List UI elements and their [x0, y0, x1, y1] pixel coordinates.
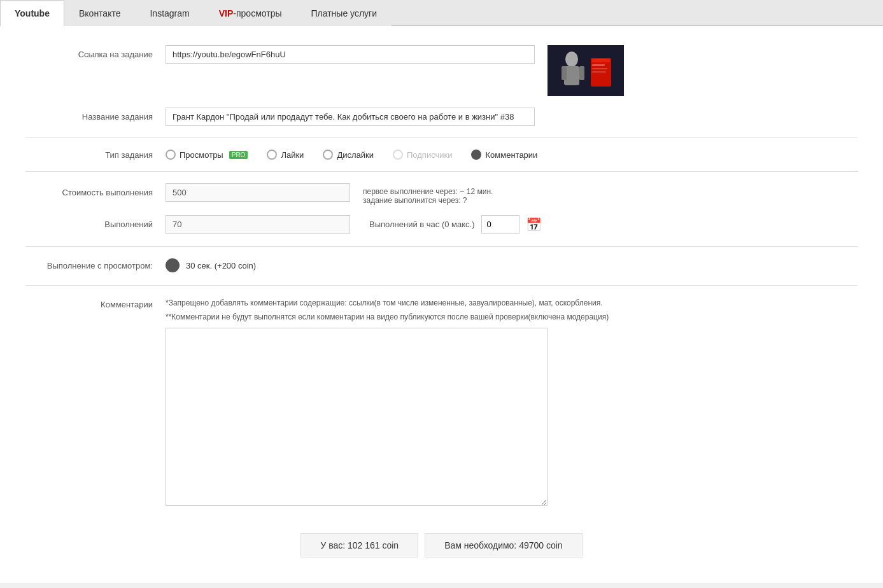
- divider-1: [25, 137, 858, 138]
- radio-comments-label: Комментарии: [485, 150, 537, 160]
- view-row: Выполнение с просмотром: 30 сек. (+200 c…: [25, 258, 858, 272]
- pro-badge: PRO: [229, 151, 248, 159]
- main-content: Ссылка на задание: [0, 26, 883, 583]
- svg-rect-4: [579, 66, 584, 80]
- radio-views-circle: [166, 150, 176, 160]
- radio-dislikes-circle: [323, 150, 333, 160]
- task-type-options: Просмотры PRO Лайки Дислайки Подписчики …: [166, 150, 537, 160]
- task-type-row: Тип задания Просмотры PRO Лайки Дислайки…: [25, 150, 858, 160]
- task-name-label: Название задания: [25, 108, 166, 122]
- radio-likes-circle: [267, 150, 277, 160]
- task-type-label: Тип задания: [25, 150, 166, 160]
- task-name-row: Название задания: [25, 108, 858, 126]
- comments-notice: *Запрещено добавлять комментарии содержа…: [166, 297, 858, 323]
- view-label: Выполнение с просмотром:: [25, 261, 166, 270]
- svg-rect-9: [592, 71, 606, 73]
- balance-badge: У вас: 102 161 coin: [300, 533, 418, 557]
- toggle-text: 30 сек. (+200 coin): [186, 261, 256, 270]
- comments-section: Комментарии *Запрещено добавлять коммент…: [25, 297, 858, 508]
- cost-label: Стоимость выполнения: [25, 183, 166, 197]
- link-input[interactable]: [166, 45, 535, 64]
- exec-input[interactable]: [166, 215, 350, 234]
- link-label: Ссылка на задание: [25, 45, 166, 59]
- comments-notice1: *Запрещено добавлять комментарии содержа…: [166, 297, 858, 309]
- svg-rect-6: [592, 59, 610, 62]
- svg-point-1: [565, 52, 578, 67]
- tab-vip-suffix: -просмотры: [233, 8, 281, 18]
- tabs-bar: Youtube Вконтакте Instagram VIP-просмотр…: [0, 0, 883, 26]
- radio-subscribers: Подписчики: [393, 150, 453, 160]
- radio-comments-circle: [471, 150, 481, 160]
- view-toggle[interactable]: 30 сек. (+200 coin): [166, 258, 256, 272]
- comments-label: Комментарии: [25, 297, 166, 309]
- comments-textarea[interactable]: [166, 328, 547, 506]
- tab-vkontakte-label: Вконтакте: [79, 8, 121, 18]
- tab-instagram[interactable]: Instagram: [135, 0, 204, 26]
- toggle-circle: [166, 258, 180, 272]
- divider-4: [25, 285, 858, 286]
- cost-info: первое выполнение через: ~ 12 мин. задан…: [363, 183, 493, 205]
- tab-instagram-label: Instagram: [150, 8, 189, 18]
- svg-rect-0: [547, 45, 624, 96]
- task-name-input[interactable]: [166, 108, 535, 126]
- exec-row: Выполнений Выполнений в час (0 макс.) 📅: [25, 215, 858, 234]
- comments-right: *Запрещено добавлять комментарии содержа…: [166, 297, 858, 508]
- svg-rect-8: [592, 68, 607, 69]
- divider-2: [25, 171, 858, 172]
- needed-badge: Вам необходимо: 49700 coin: [425, 533, 583, 557]
- comments-notice2: **Комментарии не будут выполнятся если к…: [166, 311, 858, 323]
- cost-input[interactable]: [166, 183, 350, 202]
- tab-vkontakte[interactable]: Вконтакте: [64, 0, 136, 26]
- radio-dislikes-label: Дислайки: [337, 150, 374, 160]
- radio-likes[interactable]: Лайки: [267, 150, 304, 160]
- tab-vip-prefix: VIP: [219, 8, 234, 18]
- radio-subscribers-circle: [393, 150, 403, 160]
- svg-rect-7: [592, 64, 605, 66]
- footer-bar: У вас: 102 161 coin Вам необходимо: 4970…: [25, 527, 858, 557]
- radio-subscribers-label: Подписчики: [407, 150, 453, 160]
- link-row: Ссылка на задание: [25, 45, 858, 96]
- radio-comments[interactable]: Комментарии: [471, 150, 537, 160]
- cost-row: Стоимость выполнения первое выполнение ч…: [25, 183, 858, 205]
- thumbnail-inner: [547, 45, 624, 96]
- radio-dislikes[interactable]: Дислайки: [323, 150, 374, 160]
- cost-info-line1: первое выполнение через: ~ 12 мин.: [363, 187, 493, 196]
- exec-per-hour-label: Выполнений в час (0 макс.): [369, 220, 475, 229]
- svg-rect-3: [562, 66, 567, 80]
- radio-views[interactable]: Просмотры PRO: [166, 150, 248, 160]
- exec-per-hour-input[interactable]: [481, 215, 519, 234]
- tab-youtube[interactable]: Youtube: [0, 0, 64, 26]
- exec-per-hour: Выполнений в час (0 макс.) 📅: [369, 215, 542, 234]
- tab-paid-label: Платные услуги: [311, 8, 378, 18]
- tab-youtube-label: Youtube: [15, 8, 50, 18]
- thumbnail-svg: [547, 45, 624, 96]
- calendar-icon[interactable]: 📅: [526, 217, 542, 232]
- exec-label: Выполнений: [25, 220, 166, 229]
- cost-info-line2: задание выполнится через: ?: [363, 196, 493, 205]
- tab-paid[interactable]: Платные услуги: [297, 0, 392, 26]
- tab-vip[interactable]: VIP-просмотры: [204, 0, 297, 26]
- divider-3: [25, 246, 858, 247]
- radio-likes-label: Лайки: [281, 150, 304, 160]
- video-thumbnail: [547, 45, 624, 96]
- radio-views-label: Просмотры: [180, 150, 223, 160]
